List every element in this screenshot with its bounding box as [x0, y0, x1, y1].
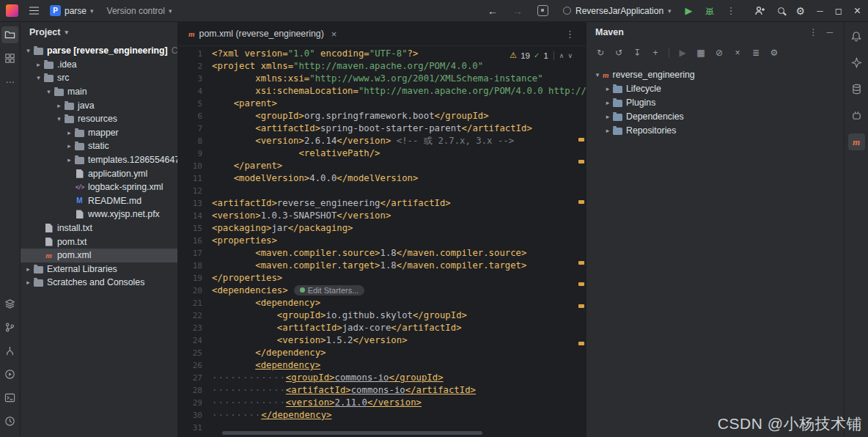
code-line[interactable]: 5 <parent> [178, 98, 586, 110]
code-line[interactable]: 2<project xmlns="http://maven.apache.org… [178, 60, 586, 73]
add-maven-project-icon[interactable]: + [647, 45, 663, 61]
code-line[interactable]: 8 <version>2.6.14</version> <!-- 或 2.7.x… [178, 135, 586, 147]
chevron-down-icon[interactable]: ▾ [34, 74, 43, 81]
chevron-down-icon[interactable]: ▾ [54, 115, 64, 122]
code-line[interactable]: 7 <artifactId>spring-boot-starter-parent… [178, 122, 586, 135]
chevron-right-icon[interactable]: ▸ [65, 129, 74, 136]
chevron-right-icon[interactable]: ▸ [603, 85, 613, 92]
chevron-right-icon[interactable]: ▸ [603, 113, 613, 120]
run-tool-window-button[interactable] [1, 366, 18, 383]
warning-stripe-mark[interactable] [578, 261, 584, 265]
maven-root-node[interactable]: ▾ m reverse_engineering [586, 67, 844, 81]
code-line[interactable]: 25 </dependency> [178, 347, 586, 359]
project-tree-item[interactable]: ▸External Libraries [21, 262, 177, 276]
debug-button[interactable] [701, 6, 718, 16]
code-line[interactable]: 13<artifactId>reverse_engineering</artif… [178, 197, 586, 210]
settings-icon[interactable]: ⚙ [796, 5, 806, 17]
chevron-right-icon[interactable]: ▸ [54, 102, 64, 109]
code-line[interactable]: 12 [178, 185, 586, 197]
version-control-menu[interactable]: Version control ▾ [102, 4, 177, 18]
run-config-selector[interactable]: ReverseJarApplication ▾ [557, 4, 677, 18]
plugin-icon[interactable] [537, 5, 548, 16]
project-tree-item[interactable]: ▸templates.128655464706... [21, 153, 177, 167]
code-with-me-icon[interactable] [754, 5, 766, 17]
forward-icon[interactable]: → [507, 5, 529, 17]
warning-stripe-mark[interactable] [578, 342, 584, 345]
maven-node[interactable]: ▸Repositories [586, 123, 844, 137]
dependencies-tool-window-button[interactable] [848, 107, 865, 124]
editor-options-icon[interactable]: ⋮ [560, 29, 580, 40]
code-line[interactable]: 28············<artifactId>commons-io</ar… [178, 384, 586, 397]
code-line[interactable]: 19</properties> [178, 272, 586, 284]
code-line[interactable]: 27············<groupId>commons-io</group… [178, 372, 586, 384]
back-icon[interactable]: ← [482, 5, 504, 17]
maximize-button[interactable]: ◻ [835, 6, 842, 16]
code-line[interactable]: 3 xmlns:xsi="http://www.w3.org/2001/XMLS… [178, 73, 586, 85]
ai-assistant-button[interactable] [848, 54, 865, 71]
code-line[interactable]: 4 xsi:schemaLocation="http://maven.apach… [178, 85, 586, 98]
maven-tool-window-button[interactable]: m [848, 133, 865, 150]
maven-node[interactable]: ▸Lifecycle [586, 81, 844, 95]
code-line[interactable]: 6 <groupId>org.springframework.boot</gro… [178, 110, 586, 122]
code-line[interactable]: 14<version>1.0.3-SNAPSHOT</version> [178, 210, 586, 222]
maven-profiles-icon[interactable]: ≣ [748, 45, 764, 61]
chevron-right-icon[interactable]: ▸ [65, 156, 74, 164]
stop-icon[interactable]: × [729, 45, 746, 61]
generate-sources-icon[interactable]: ↺ [611, 45, 627, 61]
code-line[interactable]: 17 <maven.compiler.source>1.8</maven.com… [178, 247, 586, 260]
build-icon[interactable]: ▦ [693, 45, 709, 61]
project-tree-item[interactable]: ▾src [21, 71, 177, 85]
warning-stripe-mark[interactable] [578, 282, 584, 286]
more-tool-windows-button[interactable]: ⋯ [1, 73, 18, 90]
code-line[interactable]: 20<dependencies>Edit Starters... [178, 284, 586, 297]
maven-options-icon[interactable]: ⋮ [806, 27, 820, 37]
project-tree-item[interactable]: ▸static [21, 139, 177, 153]
next-problem-icon[interactable]: ∨ [567, 52, 573, 59]
inlay-hint[interactable]: Edit Starters... [294, 285, 365, 295]
project-tree-item[interactable]: ▾parse [reverse_engineering]C:\Users\ [21, 44, 177, 58]
code-line[interactable]: 11 <modelVersion>4.0.0</modelVersion> [178, 172, 586, 185]
code-editor[interactable]: 1<?xml version="1.0" encoding="UTF-8"?>2… [178, 46, 586, 437]
code-line[interactable]: 29············<version>2.11.0</version> [178, 397, 586, 409]
warning-stripe-mark[interactable] [578, 200, 584, 204]
more-actions-icon[interactable]: ⋮ [721, 5, 741, 16]
chevron-right-icon[interactable]: ▸ [603, 99, 613, 106]
project-tree-item[interactable]: </>logback-spring.xml [21, 180, 177, 194]
run-button[interactable]: ▶ [680, 5, 698, 16]
project-tree-item[interactable]: ▸Scratches and Consoles [21, 276, 177, 290]
pull-requests-tool-window-button[interactable] [1, 342, 18, 359]
project-selector[interactable]: P parse ▾ [45, 3, 99, 18]
database-tool-window-button[interactable] [848, 81, 865, 98]
code-line[interactable]: 22 <groupId>io.github.skylot</groupId> [178, 309, 586, 322]
hide-panel-icon[interactable]: ─ [824, 27, 835, 37]
code-line[interactable]: 18 <maven.compiler.target>1.8</maven.com… [178, 260, 586, 272]
code-line[interactable]: 9 <relativePath/> [178, 147, 586, 160]
inspections-widget[interactable]: ⚠ 19 ✓ 1 ∧ ∨ [507, 49, 575, 62]
close-tab-icon[interactable]: × [331, 29, 337, 40]
chevron-right-icon[interactable]: ▸ [34, 61, 43, 68]
project-tree-item[interactable]: ▾main [21, 85, 177, 99]
maven-settings-icon[interactable]: ⚙ [766, 45, 782, 61]
reload-maven-projects-icon[interactable]: ↻ [592, 45, 608, 61]
project-tree-item[interactable]: application.yml [21, 166, 177, 180]
terminal-tool-window-button[interactable] [1, 389, 18, 406]
services-tool-window-button[interactable] [1, 295, 18, 312]
chevron-right-icon[interactable]: ▸ [23, 279, 33, 286]
chevron-down-icon[interactable]: ▾ [44, 88, 54, 95]
project-tree-item[interactable]: www.xyjsp.net.pfx [21, 208, 177, 221]
project-tree-item[interactable]: MREADME.md [21, 194, 177, 208]
maven-node[interactable]: ▸Dependencies [586, 109, 844, 123]
chevron-right-icon[interactable]: ▸ [23, 265, 33, 273]
previous-problem-icon[interactable]: ∧ [559, 52, 564, 59]
code-line[interactable]: 21 <dependency> [178, 297, 586, 309]
chevron-right-icon[interactable]: ▸ [65, 142, 74, 150]
chevron-right-icon[interactable]: ▸ [603, 127, 613, 134]
main-menu-icon[interactable] [26, 3, 42, 19]
skip-tests-icon[interactable]: ⊘ [711, 45, 727, 61]
warning-stripe-mark[interactable] [578, 160, 584, 164]
chevron-down-icon[interactable]: ▾ [23, 47, 33, 54]
horizontal-scrollbar[interactable] [222, 431, 482, 435]
minimize-button[interactable]: ─ [817, 6, 823, 16]
search-icon[interactable] [778, 7, 784, 14]
code-line[interactable]: 15<packaging>jar</packaging> [178, 222, 586, 235]
